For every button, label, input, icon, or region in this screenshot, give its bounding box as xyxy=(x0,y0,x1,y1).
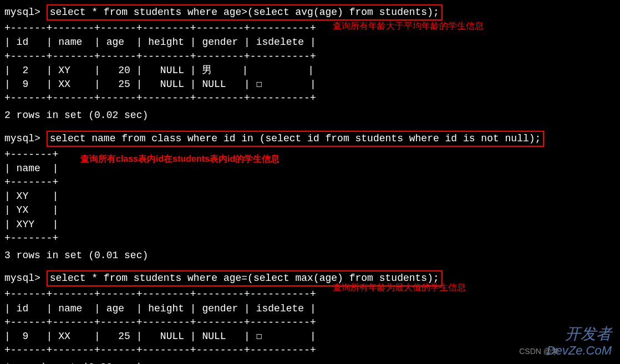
query2-status: 3 rows in set (0.01 sec) xyxy=(4,249,616,263)
query1-header: | id | name | age | height | gender | is… xyxy=(4,35,616,49)
query1-sep-bot: +------+-------+------+--------+--------… xyxy=(4,91,616,105)
query3-sep-top: +------+-------+------+--------+--------… xyxy=(4,288,616,301)
csdn-attribution: CSDN @学 xyxy=(519,346,559,357)
query2-sep-mid: +-------+ xyxy=(4,176,616,189)
query1-status: 2 rows in set (0.02 sec) xyxy=(4,109,616,122)
query2-row1: | XY | xyxy=(4,189,616,203)
query1-sql: select * from students where age>(select… xyxy=(47,4,443,20)
query3-row1: | 9 | XX | 25 | NULL | NULL | ☐ | xyxy=(4,330,616,344)
query1-sep-mid: +------+-------+------+--------+--------… xyxy=(4,50,616,64)
query2-prompt-line: mysql> select name from class where id i… xyxy=(4,131,616,147)
query1-row1: | 2 | XY | 20 | NULL | 男 | | xyxy=(4,64,616,78)
query1-row2: | 9 | XX | 25 | NULL | NULL | ☐ | xyxy=(4,78,616,91)
query3-header: | id | name | age | height | gender | is… xyxy=(4,302,616,316)
query3-annotation: 查询所有年龄为最大值的学生信息 xyxy=(333,281,466,294)
query2-row3: | XYY | xyxy=(4,218,616,232)
query1-prompt-line: mysql> select * from students where age>… xyxy=(4,4,616,20)
query1-sep-top: +------+-------+------+--------+--------… xyxy=(4,22,616,35)
mysql-prompt: mysql> xyxy=(4,271,47,285)
mysql-prompt: mysql> xyxy=(4,6,47,19)
mysql-prompt: mysql> xyxy=(4,132,47,146)
query1-annotation: 查询所有年龄大于平均年龄的学生信息 xyxy=(333,20,484,32)
query2-sep-bot: +-------+ xyxy=(4,232,616,245)
query3-sep-mid: +------+-------+------+--------+--------… xyxy=(4,316,616,330)
query2-annotation: 查询所有class表内id在students表内id的学生信息 xyxy=(80,153,279,165)
query3-status: 1 row in set (0.00 sec) xyxy=(4,361,616,364)
query2-row2: | YX | xyxy=(4,203,616,217)
watermark-cn: 开发者 xyxy=(565,323,612,345)
query2-sql: select name from class where id in (sele… xyxy=(47,131,545,147)
query3-prompt-line: mysql> select * from students where age=… xyxy=(4,270,616,286)
